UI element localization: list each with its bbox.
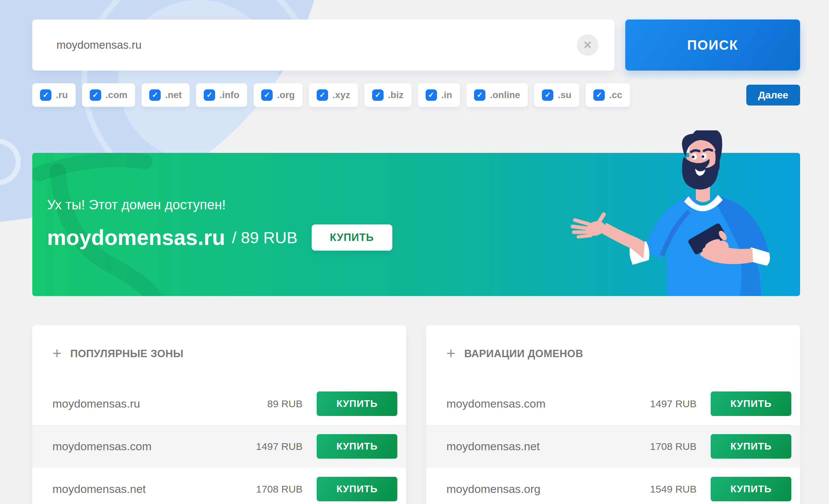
tld-label: .info (219, 90, 239, 101)
check-icon: ✓ (545, 91, 551, 99)
buy-button-label: КУПИТЬ (730, 483, 772, 495)
tld-checkbox[interactable]: ✓ (149, 89, 161, 101)
tld-label: .su (558, 90, 571, 101)
tld-chip-in[interactable]: ✓ .in (418, 83, 460, 107)
table-row: moydomensas.com 1497 RUB КУПИТЬ (426, 382, 800, 425)
buy-button-label: КУПИТЬ (336, 398, 378, 409)
tld-label: .xyz (332, 90, 350, 101)
tld-label: .com (106, 90, 128, 101)
row-domain: moydomensas.com (446, 397, 650, 410)
row-domain: moydomensas.net (52, 482, 256, 496)
tld-checkbox[interactable]: ✓ (261, 89, 273, 101)
table-row: moydomensas.ru 89 RUB КУПИТЬ (32, 382, 406, 425)
check-icon: ✓ (43, 91, 49, 99)
tld-checkbox[interactable]: ✓ (372, 89, 384, 101)
row-price: 1708 RUB (256, 483, 302, 495)
tld-chip-biz[interactable]: ✓ .biz (364, 83, 411, 107)
buy-button[interactable]: КУПИТЬ (317, 391, 397, 416)
domain-variations-header: + ВАРИАЦИИ ДОМЕНОВ (426, 325, 800, 382)
tld-filter-row: ✓ .ru ✓ .com ✓ .net ✓ .info ✓ .org ✓ .xy… (32, 83, 800, 107)
tld-checkbox[interactable]: ✓ (90, 89, 101, 101)
table-row: moydomensas.com 1497 RUB КУПИТЬ (32, 425, 406, 468)
banner-domain: moydomensas.ru (47, 225, 225, 250)
more-tlds-label: Далее (758, 89, 788, 101)
tld-chip-net[interactable]: ✓ .net (142, 83, 190, 107)
domain-variations-panel: + ВАРИАЦИИ ДОМЕНОВ moydomensas.com 1497 … (426, 325, 800, 504)
check-icon: ✓ (428, 91, 434, 99)
popular-zones-title: ПОПУЛЯРНЫЕ ЗОНЫ (70, 348, 184, 360)
buy-button[interactable]: КУПИТЬ (317, 434, 397, 459)
row-price: 1497 RUB (256, 441, 302, 452)
tld-label: .online (490, 90, 520, 101)
search-button[interactable]: ПОИСК (625, 20, 800, 71)
tld-chip-cc[interactable]: ✓ .cc (586, 83, 630, 107)
tld-label: .in (441, 90, 453, 101)
tld-chip-com[interactable]: ✓ .com (82, 83, 135, 107)
popular-zones-header: + ПОПУЛЯРНЫЕ ЗОНЫ (32, 325, 406, 382)
buy-button[interactable]: КУПИТЬ (711, 391, 791, 416)
plus-icon: + (52, 345, 62, 361)
buy-button-label: КУПИТЬ (730, 398, 772, 409)
buy-button[interactable]: КУПИТЬ (711, 434, 791, 459)
domain-variations-title: ВАРИАЦИИ ДОМЕНОВ (464, 348, 583, 360)
banner-buy-label: КУПИТЬ (330, 232, 374, 244)
check-icon: ✓ (264, 91, 270, 99)
close-icon: ✕ (583, 39, 592, 51)
search-input-value: moydomensas.ru (57, 39, 142, 51)
buy-button-label: КУПИТЬ (730, 441, 772, 452)
more-tlds-button[interactable]: Далее (746, 85, 800, 106)
table-row: moydomensas.net 1708 RUB КУПИТЬ (426, 425, 800, 468)
tld-label: .net (165, 90, 182, 101)
check-icon: ✓ (319, 91, 325, 99)
tld-chip-su[interactable]: ✓ .su (534, 83, 579, 107)
check-icon: ✓ (152, 91, 158, 99)
banner-buy-button[interactable]: КУПИТЬ (312, 225, 392, 251)
pricing-panels: + ПОПУЛЯРНЫЕ ЗОНЫ moydomensas.ru 89 RUB … (32, 325, 800, 504)
plus-icon: + (446, 345, 456, 361)
banner-subtitle: Ух ты! Этот домен доступен! (47, 197, 225, 212)
tld-checkbox[interactable]: ✓ (204, 89, 215, 101)
row-domain: moydomensas.com (52, 440, 256, 453)
table-row: moydomensas.net 1708 RUB КУПИТЬ (32, 468, 406, 504)
check-icon: ✓ (375, 91, 381, 99)
buy-button[interactable]: КУПИТЬ (711, 477, 791, 501)
check-icon: ✓ (207, 91, 212, 99)
tld-checkbox[interactable]: ✓ (40, 89, 51, 101)
row-price: 89 RUB (267, 398, 302, 410)
tld-checkbox[interactable]: ✓ (317, 89, 328, 101)
tld-label: .org (277, 90, 295, 101)
row-domain: moydomensas.org (446, 482, 650, 496)
check-icon: ✓ (596, 91, 602, 99)
banner-domain-row: moydomensas.ru / 89 RUB КУПИТЬ (47, 224, 392, 251)
row-price: 1708 RUB (650, 441, 696, 452)
buy-button-label: КУПИТЬ (336, 441, 378, 452)
tld-chip-online[interactable]: ✓ .online (466, 83, 528, 107)
check-icon: ✓ (93, 91, 99, 99)
tld-chip-xyz[interactable]: ✓ .xyz (309, 83, 358, 107)
check-icon: ✓ (477, 91, 483, 99)
buy-button[interactable]: КУПИТЬ (317, 477, 397, 501)
tld-chip-org[interactable]: ✓ .org (253, 83, 302, 107)
table-row: moydomensas.org 1549 RUB КУПИТЬ (426, 468, 800, 504)
tld-label: .ru (56, 90, 68, 101)
tld-label: .biz (388, 90, 404, 101)
tld-checkbox[interactable]: ✓ (426, 89, 437, 101)
search-button-label: ПОИСК (687, 38, 738, 53)
row-domain: moydomensas.ru (52, 397, 267, 410)
domain-search-input[interactable]: moydomensas.ru ✕ (32, 20, 615, 71)
tld-chip-info[interactable]: ✓ .info (196, 83, 247, 107)
tld-label: .cc (609, 90, 622, 101)
buy-button-label: КУПИТЬ (336, 483, 378, 495)
tld-checkbox[interactable]: ✓ (593, 89, 605, 101)
tld-chip-ru[interactable]: ✓ .ru (32, 83, 76, 107)
man-with-phone-illustration (565, 130, 773, 296)
row-price: 1549 RUB (650, 483, 696, 495)
popular-zones-panel: + ПОПУЛЯРНЫЕ ЗОНЫ moydomensas.ru 89 RUB … (32, 325, 406, 504)
row-price: 1497 RUB (650, 398, 696, 410)
banner-price: / 89 RUB (232, 229, 297, 247)
tld-checkbox[interactable]: ✓ (474, 89, 485, 101)
row-domain: moydomensas.net (446, 440, 650, 453)
tld-checkbox[interactable]: ✓ (542, 89, 553, 101)
clear-search-button[interactable]: ✕ (577, 34, 599, 56)
